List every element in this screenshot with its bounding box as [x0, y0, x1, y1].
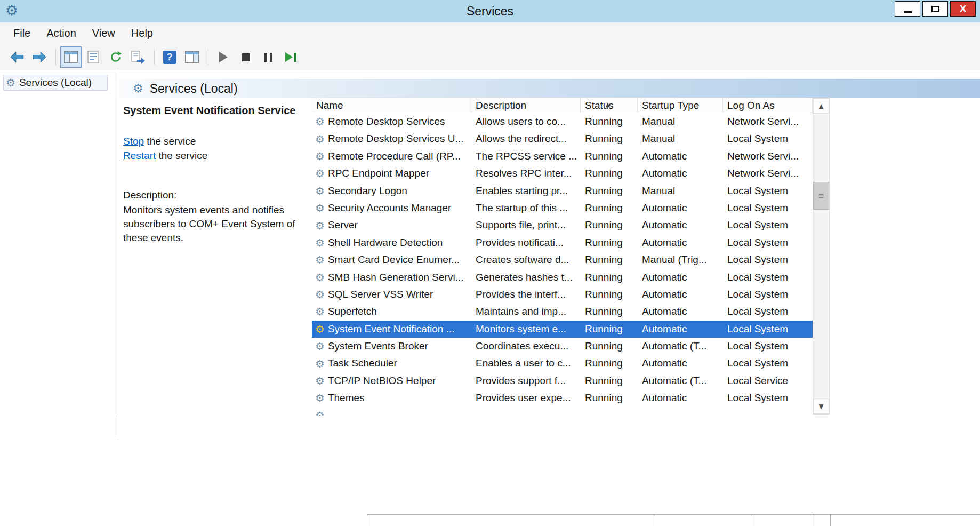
table-row[interactable]: ⚙Smart Card Device Enumer...Creates soft… [312, 251, 813, 268]
show-console-tree-button[interactable] [60, 46, 82, 68]
vertical-scrollbar[interactable]: ▲ ≡ ▼ [813, 98, 830, 415]
scroll-down-button[interactable]: ▼ [813, 399, 829, 414]
service-name: Themes [328, 389, 365, 407]
list-header: Name Description ▲Status Startup Type Lo… [312, 98, 813, 113]
table-cell: Monitors system e... [471, 321, 581, 338]
console-tree-icon [64, 51, 78, 63]
refresh-icon [109, 51, 122, 63]
show-action-pane-button[interactable] [181, 46, 203, 68]
start-service-button[interactable] [213, 46, 234, 68]
table-cell: Local System [723, 286, 813, 303]
tree-item-services-local[interactable]: ⚙ Services (Local) [3, 75, 108, 91]
scroll-up-button[interactable]: ▲ [813, 98, 829, 114]
tab-standard-label: Standard [125, 416, 152, 432]
table-row[interactable]: ⚙ThemesProvides user expe...RunningAutom… [312, 389, 813, 407]
service-name: Secondary Logon [328, 182, 407, 200]
service-gear-icon: ⚙ [315, 186, 325, 196]
restart-service-button[interactable] [280, 46, 301, 68]
table-cell: Network Servi... [723, 165, 813, 182]
column-header-description[interactable]: Description [471, 98, 581, 113]
table-cell [581, 407, 638, 416]
menu-help[interactable]: Help [123, 22, 161, 44]
selected-service-title: System Event Notification Service [123, 105, 311, 117]
table-row[interactable]: ⚙SMB Hash Generation Servi...Generates h… [312, 269, 813, 286]
column-header-log-on-as[interactable]: Log On As [723, 98, 813, 113]
table-cell: Automatic [638, 234, 723, 251]
table-cell: Automatic (T... [638, 338, 723, 355]
table-cell: Automatic [638, 355, 723, 372]
column-header-status[interactable]: ▲Status [581, 98, 638, 113]
export-list-button[interactable] [127, 46, 149, 68]
tab-extended-label: Extended [122, 416, 149, 432]
service-gear-icon: ⚙ [315, 254, 325, 265]
results-header-band: ⚙ Services (Local) [119, 79, 980, 98]
services-icon: ⚙ [6, 77, 15, 88]
maximize-button[interactable] [922, 1, 948, 17]
pause-service-button[interactable] [258, 46, 279, 68]
table-cell: Automatic [638, 200, 723, 217]
statusbar-divider [751, 515, 751, 526]
service-name-cell: ⚙Themes [312, 389, 471, 407]
service-name: Security Accounts Manager [328, 200, 451, 217]
table-cell: Creates software d... [471, 251, 581, 268]
service-list-body: ⚙Remote Desktop ServicesAllows users to … [312, 113, 813, 416]
table-row[interactable]: ⚙Security Accounts ManagerThe startup of… [312, 200, 813, 217]
table-cell: Manual [638, 130, 723, 147]
results-header-title: Services (Local) [150, 82, 238, 96]
table-row[interactable]: ⚙TCP/IP NetBIOS HelperProvides support f… [312, 372, 813, 389]
menu-view[interactable]: View [84, 22, 123, 44]
table-row[interactable]: ⚙ [312, 407, 813, 416]
table-cell: Enables a user to c... [471, 355, 581, 372]
scrollbar-thumb[interactable]: ≡ [813, 182, 829, 210]
close-button[interactable]: X [950, 1, 976, 17]
table-cell: Automatic [638, 389, 723, 407]
column-header-startup-type[interactable]: Startup Type [638, 98, 723, 113]
service-name-cell: ⚙System Events Broker [312, 338, 471, 355]
table-row[interactable]: ⚙ServerSupports file, print...RunningAut… [312, 217, 813, 234]
restart-service-link[interactable]: Restart [123, 150, 156, 161]
table-cell: Running [581, 372, 638, 389]
table-cell [723, 407, 813, 416]
table-row[interactable]: ⚙Shell Hardware DetectionProvides notifi… [312, 234, 813, 251]
service-name: RPC Endpoint Mapper [328, 165, 429, 182]
service-name-cell: ⚙Remote Procedure Call (RP... [312, 148, 471, 165]
export-list-icon [131, 51, 146, 64]
service-name-cell: ⚙RPC Endpoint Mapper [312, 165, 471, 182]
table-row[interactable]: ⚙System Events BrokerCoordinates execu..… [312, 338, 813, 355]
menu-action[interactable]: Action [38, 22, 84, 44]
service-list: Name Description ▲Status Startup Type Lo… [312, 98, 830, 416]
back-arrow-icon [10, 51, 25, 63]
table-cell: Provides support f... [471, 372, 581, 389]
help-button[interactable]: ? [159, 46, 180, 68]
table-cell: Local System [723, 269, 813, 286]
table-row[interactable]: ⚙Remote Procedure Call (RP...The RPCSS s… [312, 148, 813, 165]
table-row[interactable]: ⚙SuperfetchMaintains and imp...RunningAu… [312, 303, 813, 320]
service-name-cell: ⚙Remote Desktop Services U... [312, 130, 471, 147]
restart-icon [285, 52, 296, 62]
table-cell: Local System [723, 338, 813, 355]
service-gear-icon: ⚙ [315, 341, 325, 352]
table-cell: The RPCSS service ... [471, 148, 581, 165]
stop-service-button[interactable] [235, 46, 256, 68]
table-row[interactable]: ⚙Secondary LogonEnables starting pr...Ru… [312, 182, 813, 200]
table-row[interactable]: ⚙Remote Desktop Services U...Allows the … [312, 130, 813, 147]
column-header-name[interactable]: Name [312, 98, 471, 113]
forward-button[interactable] [29, 46, 50, 68]
table-row[interactable]: ⚙RPC Endpoint MapperResolves RPC inter..… [312, 165, 813, 182]
table-row[interactable]: ⚙SQL Server VSS WriterProvides the inter… [312, 286, 813, 303]
service-name-cell: ⚙Superfetch [312, 303, 471, 320]
table-cell: Enables starting pr... [471, 182, 581, 200]
refresh-button[interactable] [105, 46, 126, 68]
forward-arrow-icon [32, 51, 47, 63]
table-cell: Running [581, 234, 638, 251]
table-row[interactable]: ⚙Task SchedulerEnables a user to c...Run… [312, 355, 813, 372]
back-button[interactable] [6, 46, 28, 68]
minimize-button[interactable] [895, 1, 920, 17]
pause-icon [264, 53, 272, 62]
service-name-cell: ⚙Smart Card Device Enumer... [312, 251, 471, 268]
menu-file[interactable]: File [5, 22, 38, 44]
table-row[interactable]: ⚙Remote Desktop ServicesAllows users to … [312, 113, 813, 130]
table-row[interactable]: ⚙System Event Notification ...Monitors s… [312, 321, 813, 338]
stop-service-link[interactable]: Stop [123, 136, 144, 147]
properties-button[interactable] [83, 46, 104, 68]
